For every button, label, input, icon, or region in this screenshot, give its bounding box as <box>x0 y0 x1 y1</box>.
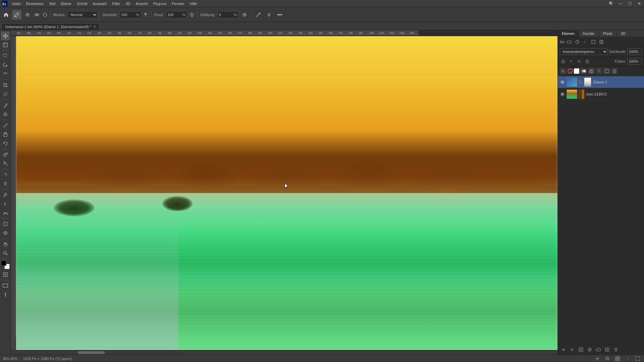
smoothing-options-btn[interactable] <box>240 10 249 19</box>
menu-filter[interactable]: Filter <box>109 0 123 7</box>
brush-settings-left[interactable] <box>34 10 40 19</box>
window-minimize-btn[interactable]: — <box>616 0 625 7</box>
canvas-area[interactable] <box>16 36 557 350</box>
window-maximize-btn[interactable]: ☐ <box>625 0 635 7</box>
spot-heal-tool[interactable] <box>1 110 10 119</box>
quick-mask-btn[interactable] <box>1 270 10 279</box>
lock-all-btn[interactable] <box>584 58 591 65</box>
menu-ansicht[interactable]: Ansicht <box>133 0 150 7</box>
window-search-btn[interactable]: 🔍 <box>606 0 616 7</box>
eyedropper-tool[interactable] <box>1 101 10 110</box>
menu-fenster[interactable]: Fenster <box>169 0 187 7</box>
filter-rect-icon[interactable] <box>574 68 579 74</box>
menu-datei[interactable]: Datei <box>9 0 23 7</box>
brush-tool-btn[interactable] <box>12 10 21 19</box>
symmetry-btn[interactable] <box>264 10 274 19</box>
foreground-color[interactable] <box>1 260 6 266</box>
filter-adj-btn[interactable] <box>574 39 581 45</box>
adjustment-btn[interactable] <box>586 346 593 353</box>
pen-tool[interactable] <box>1 190 10 199</box>
blur-tool[interactable] <box>1 170 10 179</box>
angle-btn[interactable]: 0° <box>254 10 263 19</box>
flow-icon-btn[interactable] <box>189 10 195 19</box>
tab-ebenen[interactable]: Ebenen <box>558 30 579 37</box>
zoom-tool[interactable] <box>1 249 10 257</box>
blend-mode-select[interactable]: Ineinanderkopieren <box>560 48 608 55</box>
filter-t-icon[interactable]: T <box>596 68 602 74</box>
history-brush-tool[interactable] <box>1 139 10 148</box>
layer-row-river[interactable]: river-219972 <box>558 88 644 100</box>
tab-pfade[interactable]: Pfade <box>599 30 617 37</box>
h-scroll-thumb[interactable] <box>78 351 105 354</box>
window-close-btn[interactable]: ✕ <box>635 0 644 7</box>
add-layer-btn[interactable] <box>603 346 611 353</box>
lasso-tool[interactable] <box>1 61 10 69</box>
statusbar-info-btn[interactable]: i <box>624 355 631 362</box>
brush-size-btn[interactable] <box>23 10 32 19</box>
statusbar-grid-btn[interactable] <box>614 355 621 362</box>
filter-gradient-icon[interactable] <box>580 68 587 74</box>
h-scrollbar[interactable] <box>11 350 557 355</box>
add-link-btn[interactable] <box>560 346 567 353</box>
menu-bearbeiten[interactable]: Bearbeiten <box>23 0 47 7</box>
filter-text-btn[interactable]: T <box>582 39 589 45</box>
selection-tool[interactable] <box>1 52 10 60</box>
doc-tab-close[interactable]: ✕ <box>93 25 96 28</box>
menu-bild[interactable]: Bild <box>47 0 58 7</box>
filter-circle-icon[interactable] <box>568 68 573 74</box>
layer-vis-ebene1[interactable] <box>559 79 566 85</box>
brush-tool-left[interactable] <box>1 121 10 130</box>
filter-smart-btn[interactable] <box>598 39 605 45</box>
statusbar-expand-btn[interactable] <box>634 355 641 362</box>
filter-shape-sm-icon[interactable] <box>603 68 610 74</box>
delete-layer-btn[interactable] <box>612 346 620 353</box>
strength-airbrush-btn[interactable] <box>142 10 149 19</box>
add-mask-btn[interactable] <box>577 346 585 353</box>
mode-select[interactable]: Normal <box>67 11 98 18</box>
path-select-tool[interactable] <box>1 208 10 217</box>
menu-auswahl[interactable]: Auswahl <box>90 0 109 7</box>
statusbar-settings-btn[interactable] <box>594 355 601 362</box>
extra-tools-btn[interactable] <box>1 290 10 299</box>
group-btn[interactable] <box>595 346 602 353</box>
statusbar-star-btn[interactable] <box>604 355 611 362</box>
brush-settings-right[interactable] <box>42 10 48 19</box>
layer-row-ebene1[interactable]: ⛓ Eben <box>558 76 644 88</box>
fx-btn[interactable]: fx <box>569 346 576 353</box>
text-tool[interactable]: T <box>1 199 10 208</box>
slice-tool[interactable] <box>1 90 10 99</box>
home-btn[interactable] <box>1 10 11 19</box>
menu-hilfe[interactable]: Hilfe <box>187 0 200 7</box>
tab-3d[interactable]: 3D <box>617 30 630 37</box>
object-select-tool[interactable] <box>1 70 10 78</box>
fill-input[interactable] <box>627 58 642 65</box>
dodge-tool[interactable] <box>1 179 10 188</box>
menu-schrift[interactable]: Schrift <box>74 0 90 7</box>
hand-tool[interactable] <box>1 240 10 248</box>
menu-3d[interactable]: 3D <box>123 0 133 7</box>
lock-transparent-btn[interactable] <box>560 58 567 65</box>
filter-fx-icon[interactable]: fx <box>560 68 567 74</box>
filter-camera-icon[interactable] <box>588 68 595 74</box>
strength-input[interactable] <box>120 13 136 17</box>
multi-tool[interactable] <box>1 229 10 237</box>
stamp-tool[interactable] <box>1 130 10 139</box>
doc-tab[interactable]: Unbenannt-1 bei 364% (Ebene 1, Ebenenmas… <box>1 23 100 30</box>
tab-kanaele[interactable]: Kanäle <box>579 30 599 37</box>
filter-pixel-btn[interactable] <box>566 39 573 45</box>
opacity-input[interactable] <box>627 48 642 55</box>
flow-input[interactable] <box>166 13 182 17</box>
fill-tool[interactable] <box>1 159 10 168</box>
layer-vis-river[interactable] <box>559 91 566 98</box>
menu-ebene[interactable]: Ebene <box>58 0 74 7</box>
filter-shape-btn[interactable] <box>590 39 597 45</box>
lock-position-btn[interactable] <box>576 58 583 65</box>
smoothing-input[interactable] <box>218 13 234 17</box>
artboard-tool[interactable] <box>1 41 10 49</box>
filter-lock-icon[interactable] <box>611 68 618 74</box>
eraser-tool[interactable] <box>1 150 10 159</box>
lock-image-btn[interactable] <box>568 58 575 65</box>
extra-options-btn[interactable] <box>275 10 284 19</box>
move-tool[interactable] <box>1 32 10 40</box>
menu-plugins[interactable]: Plug-ins <box>150 0 169 7</box>
